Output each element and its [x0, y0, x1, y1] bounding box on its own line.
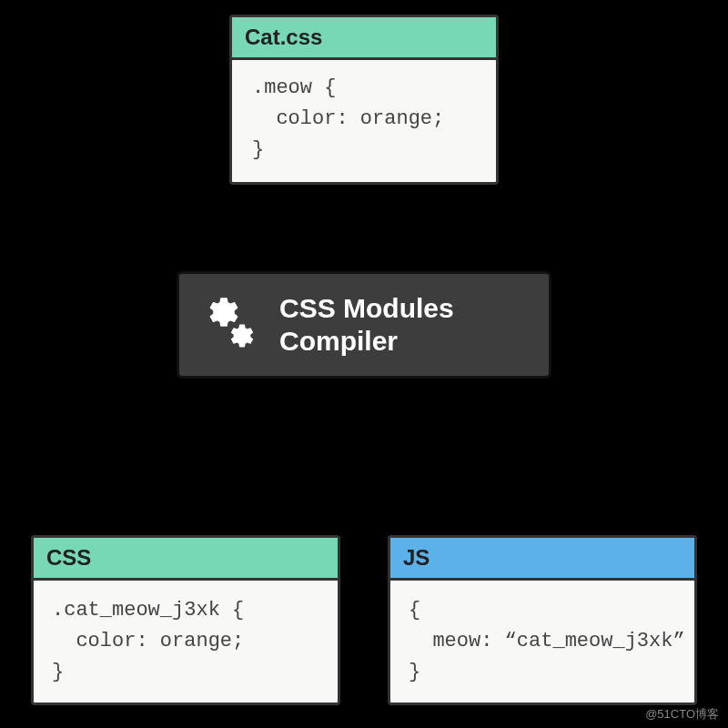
source-file-title: Cat.css	[232, 17, 496, 60]
css-output-code: .cat_meow_j3xk { color: orange; }	[34, 581, 338, 703]
js-output-panel: JS { meow: “cat_meow_j3xk” }	[388, 535, 697, 705]
source-file-panel: Cat.css .meow { color: orange; }	[229, 15, 499, 185]
css-output-panel: CSS .cat_meow_j3xk { color: orange; }	[31, 535, 340, 705]
js-output-title: JS	[390, 538, 694, 581]
watermark: @51CTO博客	[645, 706, 719, 723]
gears-icon	[205, 297, 261, 353]
css-output-title: CSS	[34, 538, 338, 581]
compiler-box: CSS Modules Compiler	[177, 271, 551, 379]
source-file-code: .meow { color: orange; }	[232, 60, 496, 182]
compiler-label: CSS Modules Compiler	[279, 292, 454, 358]
js-output-code: { meow: “cat_meow_j3xk” }	[390, 581, 694, 703]
